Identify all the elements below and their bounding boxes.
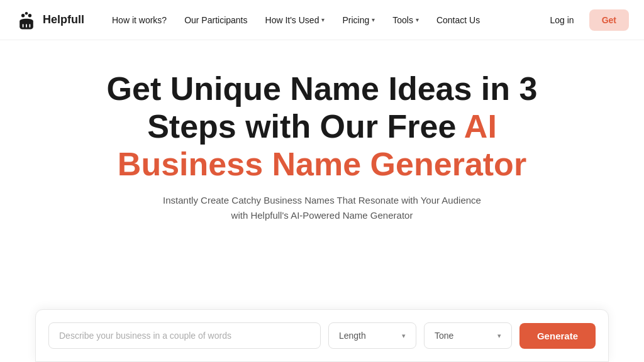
hero-title-part1: Get Unique Name Ideas in 3 xyxy=(107,70,538,107)
nav-how-its-used[interactable]: How It's Used ▾ xyxy=(258,10,333,30)
brand-name: Helpfull xyxy=(43,13,84,26)
nav-contact-us[interactable]: Contact Us xyxy=(429,10,487,30)
hero-title-part2: Steps with Our Free xyxy=(147,108,464,145)
hero-title-accent: AI xyxy=(464,108,497,145)
hero-subtitle: Instantly Create Catchy Business Names T… xyxy=(158,193,486,223)
nav-tools[interactable]: Tools ▾ xyxy=(385,10,426,30)
hero-title: Get Unique Name Ideas in 3 Steps with Ou… xyxy=(107,70,538,183)
login-link[interactable]: Log in xyxy=(540,10,584,30)
nav-right: Log in Get xyxy=(540,9,630,31)
svg-point-1 xyxy=(28,14,31,17)
pricing-chevron: ▾ xyxy=(372,16,375,23)
how-its-used-chevron: ▾ xyxy=(321,16,325,23)
svg-point-0 xyxy=(21,14,25,17)
tools-chevron: ▾ xyxy=(416,16,419,23)
svg-point-2 xyxy=(25,11,28,14)
generate-button[interactable]: Generate xyxy=(519,323,596,349)
nav-links: How it works? Our Participants How It's … xyxy=(104,10,540,30)
business-description-input[interactable] xyxy=(48,322,321,349)
length-chevron-icon: ▾ xyxy=(402,332,406,340)
navbar: Helpfull How it works? Our Participants … xyxy=(0,0,644,40)
tone-chevron-icon: ▾ xyxy=(497,332,501,340)
nav-pricing[interactable]: Pricing ▾ xyxy=(335,10,382,30)
hero-section: Get Unique Name Ideas in 3 Steps with Ou… xyxy=(0,40,644,223)
logo-link[interactable]: Helpfull xyxy=(15,9,84,31)
nav-how-it-works[interactable]: How it works? xyxy=(104,10,174,30)
tone-select[interactable]: Tone ▾ xyxy=(424,322,512,349)
tool-bar-wrapper: Length ▾ Tone ▾ Generate xyxy=(0,309,644,362)
tool-bar: Length ▾ Tone ▾ Generate xyxy=(35,309,609,362)
logo-icon xyxy=(15,9,38,31)
length-select[interactable]: Length ▾ xyxy=(328,322,416,349)
hero-title-part3: Business Name Generator xyxy=(118,146,526,182)
nav-our-participants[interactable]: Our Participants xyxy=(177,10,255,30)
get-button[interactable]: Get xyxy=(589,9,629,31)
